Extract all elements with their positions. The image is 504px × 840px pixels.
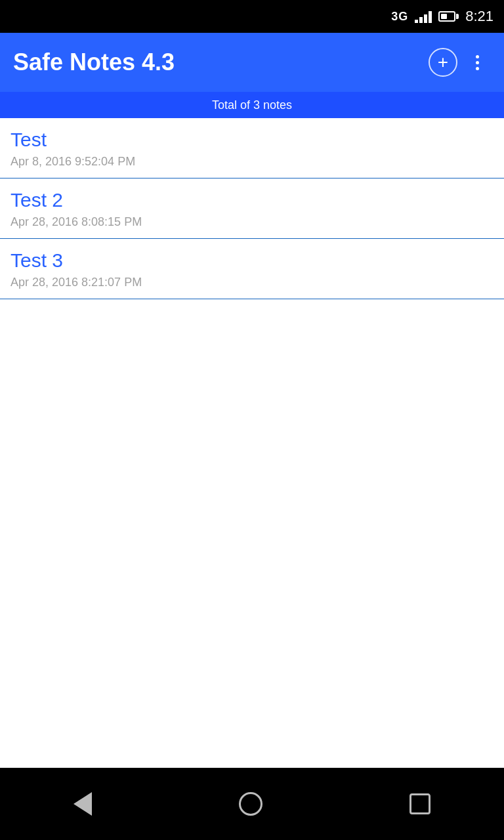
note-title: Test 2 xyxy=(10,189,494,211)
add-icon: + xyxy=(429,48,457,77)
signal-bars-icon xyxy=(415,10,432,23)
notes-list: TestApr 8, 2016 9:52:04 PMTest 2Apr 28, … xyxy=(0,118,504,768)
bottom-nav xyxy=(0,768,504,840)
note-title: Test xyxy=(10,129,494,151)
status-bar: 3G 8:21 xyxy=(0,0,504,33)
back-button[interactable] xyxy=(60,779,105,829)
recents-icon xyxy=(410,793,430,814)
note-date: Apr 28, 2016 8:08:15 PM xyxy=(10,215,494,238)
notes-count-bar: Total of 3 notes xyxy=(0,92,504,118)
back-icon xyxy=(74,792,92,816)
add-note-button[interactable]: + xyxy=(422,41,464,83)
note-date: Apr 8, 2016 9:52:04 PM xyxy=(10,155,494,178)
note-date: Apr 28, 2016 8:21:07 PM xyxy=(10,276,494,299)
home-button[interactable] xyxy=(226,779,276,829)
app-bar: Safe Notes 4.3 + xyxy=(0,33,504,92)
more-options-button[interactable] xyxy=(464,43,491,82)
home-icon xyxy=(239,792,262,816)
more-dots-icon xyxy=(471,50,484,75)
status-time: 8:21 xyxy=(465,8,494,25)
notes-count-text: Total of 3 notes xyxy=(212,98,292,112)
signal-label: 3G xyxy=(391,10,408,24)
note-list-item[interactable]: TestApr 8, 2016 9:52:04 PM xyxy=(0,118,504,178)
note-title: Test 3 xyxy=(10,249,494,272)
battery-icon xyxy=(438,11,459,22)
app-title: Safe Notes 4.3 xyxy=(13,49,422,76)
note-list-item[interactable]: Test 2Apr 28, 2016 8:08:15 PM xyxy=(0,178,504,239)
note-list-item[interactable]: Test 3Apr 28, 2016 8:21:07 PM xyxy=(0,239,504,299)
recents-button[interactable] xyxy=(396,780,444,828)
